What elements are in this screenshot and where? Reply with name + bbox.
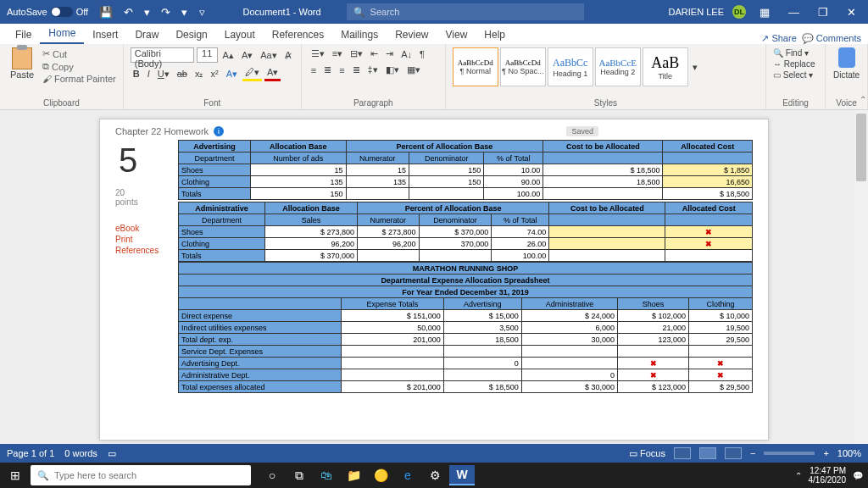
maximize-icon[interactable]: ❐ (813, 6, 833, 19)
taskbar-search[interactable]: 🔍 Type here to search (31, 465, 251, 485)
line-spacing-icon[interactable]: ‡▾ (365, 64, 381, 76)
tab-file[interactable]: File (7, 25, 40, 44)
strike-button[interactable]: ab (175, 68, 190, 80)
proofing-icon[interactable]: ▭ (108, 448, 116, 459)
subscript-button[interactable]: x₂ (192, 68, 206, 80)
zoom-out-button[interactable]: − (750, 448, 755, 458)
explorer-icon[interactable]: 📁 (341, 465, 366, 485)
edge-icon[interactable]: e (395, 465, 420, 485)
page-count[interactable]: Page 1 of 1 (7, 448, 54, 459)
word-count[interactable]: 0 words (64, 448, 97, 459)
search-box[interactable]: 🔍 Search (347, 3, 584, 20)
notifications-icon[interactable]: 💬 (853, 471, 863, 480)
store-icon[interactable]: 🛍 (314, 465, 339, 485)
tab-review[interactable]: Review (387, 25, 437, 44)
shading-icon[interactable]: ◧▾ (383, 64, 402, 76)
select-button[interactable]: ▭ Select ▾ (773, 69, 818, 80)
vertical-scrollbar[interactable] (854, 110, 868, 444)
minimize-icon[interactable]: — (783, 6, 804, 19)
view-web-icon[interactable] (725, 447, 742, 459)
close-icon[interactable]: ✕ (842, 6, 861, 19)
redo-icon[interactable]: ↷ (157, 6, 175, 19)
indent-dec-icon[interactable]: ⇤ (368, 47, 381, 60)
font-color-icon[interactable]: A▾ (264, 66, 281, 81)
qat-more-icon[interactable]: ▾ (140, 6, 154, 19)
link-print[interactable]: Print (115, 235, 166, 244)
dictate-button[interactable]: Dictate (832, 69, 860, 80)
indent-inc-icon[interactable]: ⇥ (383, 47, 396, 60)
text-effects-icon[interactable]: A▾ (224, 68, 240, 80)
format-painter-button[interactable]: 🖌Format Painter (42, 73, 116, 85)
focus-mode-button[interactable]: ▭ Focus (629, 448, 665, 459)
info-icon[interactable]: i (214, 126, 224, 136)
autosave-toggle[interactable]: AutoSave Off (0, 7, 95, 17)
font-size-select[interactable]: 11 (197, 47, 218, 63)
tab-help[interactable]: Help (476, 25, 514, 44)
avatar[interactable]: DL (732, 5, 746, 19)
chrome-icon[interactable]: 🟡 (368, 465, 393, 485)
clock-date[interactable]: 4/16/2020 (809, 475, 847, 485)
find-button[interactable]: 🔍 Find ▾ (773, 47, 818, 58)
task-view-icon[interactable]: ⧉ (287, 465, 312, 485)
tab-insert[interactable]: Insert (84, 25, 126, 44)
tab-mailings[interactable]: Mailings (332, 25, 387, 44)
view-read-icon[interactable] (674, 447, 691, 459)
superscript-button[interactable]: x² (208, 68, 220, 80)
style-heading1[interactable]: AaBbCcHeading 1 (548, 47, 593, 86)
tab-draw[interactable]: Draw (126, 25, 167, 44)
tab-layout[interactable]: Layout (216, 25, 264, 44)
document-area[interactable]: Saved Chapter 22 Homework i 5 20 points … (0, 110, 868, 444)
tab-home[interactable]: Home (40, 24, 84, 44)
multilevel-icon[interactable]: ⊟▾ (348, 47, 365, 60)
align-left-icon[interactable]: ≡ (309, 64, 319, 76)
cut-button[interactable]: ✂Cut (42, 47, 116, 60)
justify-icon[interactable]: ≣ (350, 64, 363, 76)
clock-time[interactable]: 12:47 PM (809, 466, 847, 475)
scrollbar-thumb[interactable] (856, 114, 866, 181)
styles-more-icon[interactable]: ▾ (690, 61, 700, 74)
ribbon-display-icon[interactable]: ▦ (754, 6, 775, 19)
italic-button[interactable]: I (145, 68, 153, 80)
qat-overflow-icon[interactable]: ▿ (195, 6, 209, 19)
grow-font-icon[interactable]: A▴ (220, 49, 236, 62)
zoom-in-button[interactable]: + (823, 448, 828, 458)
style-heading2[interactable]: AaBbCcEHeading 2 (595, 47, 641, 86)
tab-view[interactable]: View (437, 25, 476, 44)
mic-icon[interactable] (838, 47, 855, 68)
bold-button[interactable]: B (131, 68, 142, 80)
word-icon[interactable]: W (449, 465, 475, 485)
toggle-switch[interactable] (51, 7, 73, 17)
replace-button[interactable]: ↔ Replace (773, 58, 818, 69)
bullets-icon[interactable]: ☰▾ (309, 47, 327, 60)
align-right-icon[interactable]: ≡ (337, 64, 347, 76)
collapse-ribbon-icon[interactable]: ⌃ (860, 95, 866, 104)
save-icon[interactable]: 💾 (95, 6, 117, 19)
cortana-icon[interactable]: ○ (259, 465, 285, 485)
comments-button[interactable]: 💬 Comments (802, 33, 861, 44)
style-title[interactable]: AaBTitle (643, 47, 688, 86)
borders-icon[interactable]: ▦▾ (404, 64, 423, 76)
numbering-icon[interactable]: ≡▾ (330, 47, 345, 60)
view-print-icon[interactable] (699, 447, 716, 459)
user-name[interactable]: DARIEN LEE (669, 7, 724, 17)
sort-icon[interactable]: A↓ (398, 48, 415, 60)
undo-icon[interactable]: ↶ (120, 6, 137, 19)
qat-custom-icon[interactable]: ▾ (177, 6, 192, 19)
show-marks-icon[interactable]: ¶ (417, 48, 427, 60)
font-family-select[interactable]: Calibri (Body) (131, 47, 194, 63)
embedded-spreadsheet[interactable]: AdvertisingAllocation BasePercent of All… (178, 140, 753, 393)
paste-button[interactable]: Paste (7, 47, 37, 85)
change-case-icon[interactable]: Aa▾ (258, 49, 279, 62)
start-button[interactable]: ⊞ (0, 469, 31, 482)
link-references[interactable]: References (115, 246, 166, 255)
highlight-icon[interactable]: 🖊▾ (242, 66, 262, 81)
underline-button[interactable]: U▾ (155, 68, 172, 80)
tab-references[interactable]: References (264, 25, 332, 44)
settings-icon[interactable]: ⚙ (422, 465, 448, 485)
tray-chevron-icon[interactable]: ⌃ (795, 471, 802, 480)
style-normal[interactable]: AaBbCcDd¶ Normal (453, 47, 498, 86)
zoom-level[interactable]: 100% (837, 448, 861, 458)
style-nospacing[interactable]: AaBbCcDd¶ No Spac... (500, 47, 546, 86)
zoom-slider[interactable] (764, 452, 815, 455)
tab-design[interactable]: Design (167, 25, 215, 44)
